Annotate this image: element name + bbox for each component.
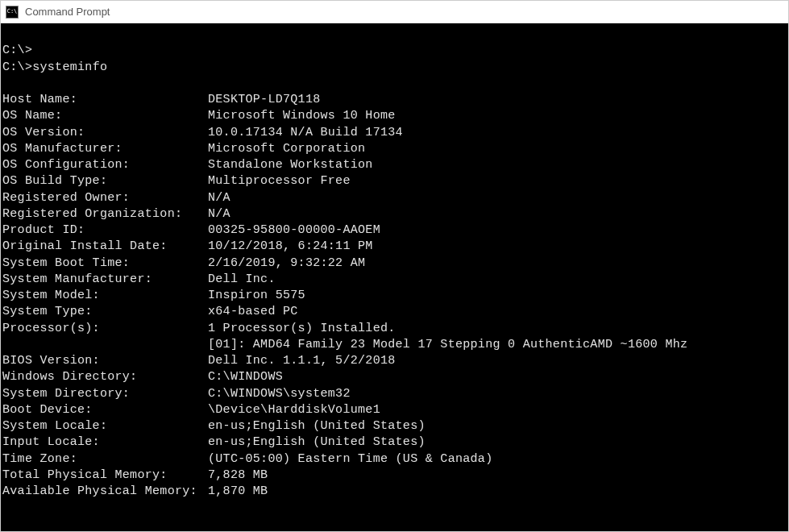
info-row: Input Locale:en-us;English (United State… bbox=[2, 434, 787, 451]
entered-command: systeminfo bbox=[32, 60, 107, 74]
info-label: OS Build Type: bbox=[2, 173, 208, 189]
info-label: System Locale: bbox=[2, 418, 208, 434]
info-row: System Type:x64-based PC bbox=[2, 304, 787, 320]
info-row: OS Manufacturer:Microsoft Corporation bbox=[2, 141, 787, 157]
info-label: System Model: bbox=[2, 288, 208, 304]
info-label: Original Install Date: bbox=[2, 239, 208, 255]
info-value: Dell Inc. bbox=[208, 272, 276, 288]
info-value: DESKTOP-LD7Q118 bbox=[208, 92, 321, 108]
info-value: N/A bbox=[208, 206, 230, 222]
info-label: OS Manufacturer: bbox=[2, 141, 208, 157]
info-row: Host Name:DESKTOP-LD7Q118 bbox=[2, 92, 787, 108]
info-row: OS Version:10.0.17134 N/A Build 17134 bbox=[2, 125, 787, 141]
window-title: Command Prompt bbox=[25, 6, 110, 18]
info-value: \Device\HarddiskVolume1 bbox=[208, 402, 380, 418]
info-label: System Type: bbox=[2, 304, 208, 320]
systeminfo-output-block-2: BIOS Version:Dell Inc. 1.1.1, 5/2/2018Wi… bbox=[2, 353, 787, 500]
info-label: OS Version: bbox=[2, 125, 208, 141]
info-label: Windows Directory: bbox=[2, 369, 208, 385]
info-row: Boot Device:\Device\HarddiskVolume1 bbox=[2, 402, 787, 418]
command-line: C:\>systeminfo bbox=[2, 60, 787, 76]
info-row: OS Configuration:Standalone Workstation bbox=[2, 157, 787, 173]
prompt-line: C:\> bbox=[2, 43, 787, 59]
info-value: 1,870 MB bbox=[208, 484, 268, 500]
titlebar[interactable]: C:\ Command Prompt bbox=[1, 1, 788, 23]
info-row: System Manufacturer:Dell Inc. bbox=[2, 272, 787, 288]
info-label: BIOS Version: bbox=[2, 353, 208, 369]
info-row: Time Zone:(UTC-05:00) Eastern Time (US &… bbox=[2, 451, 787, 468]
terminal-output[interactable]: C:\>C:\>systeminfo Host Name:DESKTOP-LD7… bbox=[1, 23, 788, 531]
info-row: Available Physical Memory:1,870 MB bbox=[2, 484, 787, 500]
info-label: System Manufacturer: bbox=[2, 272, 208, 288]
info-value: C:\WINDOWS bbox=[208, 369, 283, 385]
info-value: Microsoft Windows 10 Home bbox=[208, 108, 396, 124]
info-row: System Model:Inspiron 5575 bbox=[2, 288, 787, 304]
info-value: 10.0.17134 N/A Build 17134 bbox=[208, 125, 403, 141]
info-value: 1 Processor(s) Installed. bbox=[208, 321, 396, 337]
command-prompt-window: C:\ Command Prompt C:\>C:\>systeminfo Ho… bbox=[0, 0, 789, 532]
info-row: BIOS Version:Dell Inc. 1.1.1, 5/2/2018 bbox=[2, 353, 787, 369]
info-value: x64-based PC bbox=[208, 304, 298, 320]
info-value: N/A bbox=[208, 190, 230, 206]
info-label: Registered Organization: bbox=[2, 206, 208, 222]
info-value: Microsoft Corporation bbox=[208, 141, 365, 157]
info-value: C:\WINDOWS\system32 bbox=[208, 386, 351, 402]
info-row: System Directory:C:\WINDOWS\system32 bbox=[2, 386, 787, 402]
info-value: 00325-95800-00000-AAOEM bbox=[208, 222, 380, 239]
info-row: System Boot Time:2/16/2019, 9:32:22 AM bbox=[2, 256, 787, 272]
info-label: Total Physical Memory: bbox=[2, 468, 208, 484]
info-row: OS Build Type:Multiprocessor Free bbox=[2, 173, 787, 189]
info-label: System Boot Time: bbox=[2, 256, 208, 272]
systeminfo-output-block-1: Host Name:DESKTOP-LD7Q118OS Name:Microso… bbox=[2, 92, 787, 337]
info-value: 7,828 MB bbox=[208, 468, 268, 484]
info-row: Product ID:00325-95800-00000-AAOEM bbox=[2, 222, 787, 239]
info-row: Processor(s):1 Processor(s) Installed. bbox=[2, 321, 787, 337]
info-row: Registered Owner:N/A bbox=[2, 190, 787, 206]
info-label: Time Zone: bbox=[2, 451, 208, 468]
command-prompt-icon: C:\ bbox=[6, 6, 19, 19]
info-label: Product ID: bbox=[2, 222, 208, 239]
info-row: Original Install Date:10/12/2018, 6:24:1… bbox=[2, 239, 787, 255]
info-label: Input Locale: bbox=[2, 434, 208, 451]
info-row: System Locale:en-us;English (United Stat… bbox=[2, 418, 787, 434]
info-value: (UTC-05:00) Eastern Time (US & Canada) bbox=[208, 451, 492, 468]
prompt: C:\> bbox=[2, 60, 32, 74]
info-label: Registered Owner: bbox=[2, 190, 208, 206]
info-value: 10/12/2018, 6:24:11 PM bbox=[208, 239, 373, 255]
info-label: System Directory: bbox=[2, 386, 208, 402]
info-value: Standalone Workstation bbox=[208, 157, 373, 173]
info-value: Inspiron 5575 bbox=[208, 288, 305, 304]
info-label: Boot Device: bbox=[2, 402, 208, 418]
info-row: Total Physical Memory:7,828 MB bbox=[2, 468, 787, 484]
info-label: OS Name: bbox=[2, 108, 208, 124]
info-value: Multiprocessor Free bbox=[208, 173, 351, 189]
info-label: Available Physical Memory: bbox=[2, 484, 208, 500]
info-row: OS Name:Microsoft Windows 10 Home bbox=[2, 108, 787, 124]
info-value: 2/16/2019, 9:32:22 AM bbox=[208, 256, 365, 272]
info-row: Registered Organization:N/A bbox=[2, 206, 787, 222]
info-label: Processor(s): bbox=[2, 321, 208, 337]
info-label: OS Configuration: bbox=[2, 157, 208, 173]
info-value: en-us;English (United States) bbox=[208, 434, 426, 451]
info-label: Host Name: bbox=[2, 92, 208, 108]
info-value: Dell Inc. 1.1.1, 5/2/2018 bbox=[208, 353, 396, 369]
processor-detail-line: [01]: AMD64 Family 23 Model 17 Stepping … bbox=[2, 337, 787, 353]
info-value: en-us;English (United States) bbox=[208, 418, 426, 434]
info-row: Windows Directory:C:\WINDOWS bbox=[2, 369, 787, 385]
